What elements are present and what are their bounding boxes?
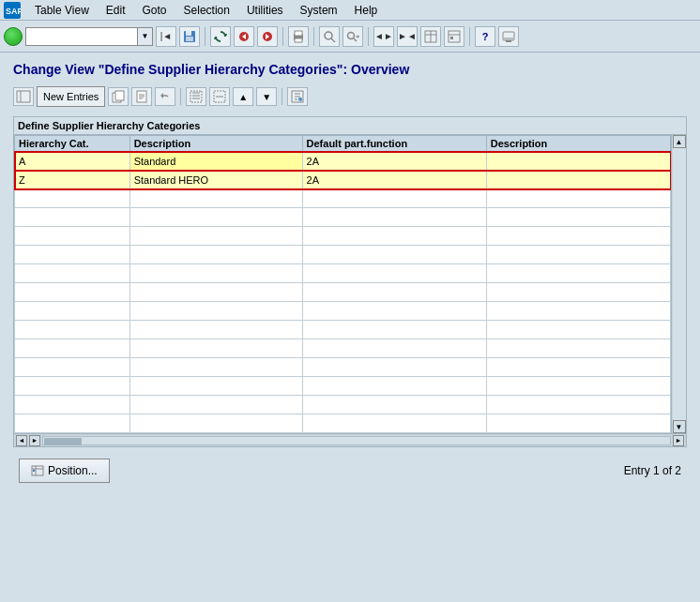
table-cell[interactable]: Z: [15, 171, 130, 189]
table-cell[interactable]: [15, 246, 130, 264]
nav-first-btn[interactable]: |◄: [156, 26, 176, 47]
copy-btn[interactable]: [108, 87, 129, 106]
table-cell[interactable]: [129, 227, 302, 246]
table-cell[interactable]: [15, 208, 130, 227]
table-row[interactable]: [15, 283, 671, 302]
table-row[interactable]: [15, 227, 671, 246]
help-btn[interactable]: ?: [475, 26, 495, 47]
table-cell[interactable]: [302, 321, 486, 339]
menu-goto[interactable]: Goto: [140, 3, 170, 18]
position-button[interactable]: Position...: [19, 459, 110, 483]
table-cell[interactable]: [129, 302, 302, 321]
scroll-right-begin-btn[interactable]: ►: [29, 435, 40, 446]
scroll-left-btn[interactable]: ◄: [16, 435, 27, 446]
table-cell[interactable]: [129, 246, 302, 264]
h-scroll-thumb[interactable]: [44, 438, 82, 445]
deselect-btn[interactable]: [209, 87, 230, 106]
table-cell[interactable]: [302, 189, 486, 208]
table-cell[interactable]: [15, 339, 130, 358]
table-cell[interactable]: [129, 321, 302, 339]
table-cell[interactable]: [129, 339, 302, 358]
table-cell[interactable]: [302, 302, 486, 321]
table-cell[interactable]: [486, 189, 670, 208]
table-row[interactable]: [15, 302, 671, 321]
tb-btn2[interactable]: [444, 26, 464, 47]
table-cell[interactable]: 2A: [302, 152, 486, 171]
table-cell[interactable]: [15, 264, 130, 283]
scroll-right-end-btn[interactable]: ►: [673, 435, 684, 446]
table-cell[interactable]: [486, 339, 670, 358]
table-cell[interactable]: [302, 208, 486, 227]
scroll-up-btn[interactable]: ▲: [673, 135, 686, 148]
table-cell[interactable]: [486, 171, 670, 189]
menu-edit[interactable]: Edit: [103, 3, 129, 18]
table-cell[interactable]: [15, 283, 130, 302]
table-cell[interactable]: [129, 396, 302, 414]
table-cell[interactable]: [15, 358, 130, 377]
customize-icon[interactable]: [13, 87, 34, 106]
table-cell[interactable]: [486, 302, 670, 321]
table-cell[interactable]: [15, 321, 130, 339]
command-input[interactable]: [25, 27, 138, 46]
table-cell[interactable]: [302, 414, 486, 433]
table-row[interactable]: AStandard2A: [15, 152, 671, 171]
table-cell[interactable]: [129, 377, 302, 396]
table-cell[interactable]: [129, 208, 302, 227]
table-row[interactable]: [15, 358, 671, 377]
table-cell[interactable]: [129, 283, 302, 302]
table-cell[interactable]: [486, 358, 670, 377]
table-cell[interactable]: [486, 414, 670, 433]
table-cell[interactable]: [302, 227, 486, 246]
table-row[interactable]: [15, 208, 671, 227]
table-cell[interactable]: [129, 414, 302, 433]
table-row[interactable]: [15, 414, 671, 433]
table-cell[interactable]: Standard HERO: [129, 171, 302, 189]
find-next-btn[interactable]: [342, 26, 363, 47]
table-cell[interactable]: [15, 227, 130, 246]
command-dropdown[interactable]: ▼: [138, 27, 153, 46]
table-cell[interactable]: [302, 246, 486, 264]
table-cell[interactable]: [486, 321, 670, 339]
table-row[interactable]: [15, 264, 671, 283]
menu-system[interactable]: System: [297, 3, 341, 18]
table-cell[interactable]: [15, 377, 130, 396]
prev-btn[interactable]: [234, 26, 254, 47]
table-cell[interactable]: [486, 264, 670, 283]
table-cell[interactable]: A: [15, 152, 130, 171]
refresh-btn[interactable]: [210, 26, 231, 47]
table-cell[interactable]: [302, 264, 486, 283]
table-cell[interactable]: [302, 377, 486, 396]
table-cell[interactable]: [129, 358, 302, 377]
menu-utilities[interactable]: Utilities: [244, 3, 286, 18]
table-row[interactable]: [15, 189, 671, 208]
horizontal-scrollbar[interactable]: ◄ ► ►: [14, 433, 686, 446]
new-entries-button[interactable]: New Entries: [37, 86, 105, 107]
table-cell[interactable]: Standard: [129, 152, 302, 171]
table-cell[interactable]: [302, 396, 486, 414]
table-cell[interactable]: [486, 283, 670, 302]
tb-btn1[interactable]: [420, 26, 441, 47]
expand-btn[interactable]: ◄►: [373, 26, 394, 47]
menu-tableview[interactable]: Table View: [32, 3, 92, 18]
menu-selection[interactable]: Selection: [181, 3, 233, 18]
table-cell[interactable]: [486, 152, 670, 171]
menu-help[interactable]: Help: [352, 3, 381, 18]
table-row[interactable]: [15, 377, 671, 396]
table-row[interactable]: [15, 339, 671, 358]
print-btn[interactable]: [288, 26, 309, 47]
table-cell[interactable]: [15, 396, 130, 414]
vertical-scrollbar[interactable]: ▲ ▼: [671, 135, 686, 433]
table-cell[interactable]: [302, 358, 486, 377]
find-btn[interactable]: [319, 26, 340, 47]
table-cell[interactable]: [302, 283, 486, 302]
table-cell[interactable]: [129, 189, 302, 208]
table-cell[interactable]: [486, 377, 670, 396]
table-cell[interactable]: [15, 414, 130, 433]
details-btn[interactable]: i: [287, 87, 308, 106]
table-cell[interactable]: [486, 396, 670, 414]
monitor-btn[interactable]: [498, 26, 519, 47]
save-btn[interactable]: [179, 26, 200, 47]
table-row[interactable]: [15, 321, 671, 339]
undo-btn[interactable]: [155, 87, 175, 106]
scroll-down-btn[interactable]: ▼: [673, 420, 686, 433]
